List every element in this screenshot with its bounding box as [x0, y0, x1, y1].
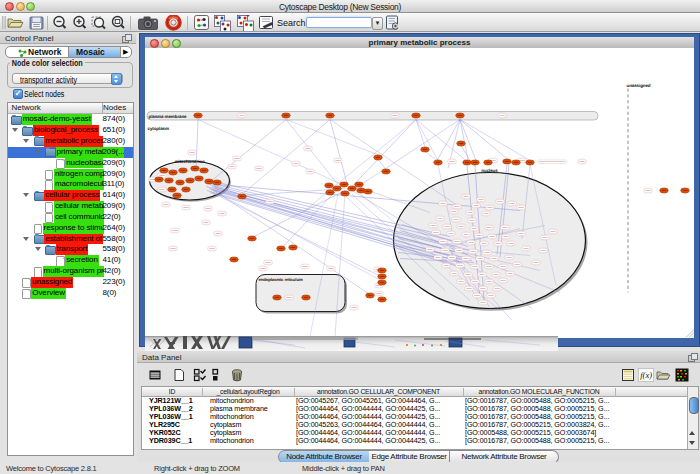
svg-text:mitochondrion: mitochondrion [174, 159, 204, 164]
svg-text:endoplasmic reticulum: endoplasmic reticulum [259, 277, 303, 282]
svg-text:plasma membrane: plasma membrane [149, 114, 187, 119]
svg-text:f(x): f(x) [640, 370, 652, 380]
svg-text:nucleus: nucleus [481, 168, 497, 173]
svg-text:cytoplasm: cytoplasm [148, 126, 169, 131]
svg-text:unassigned: unassigned [627, 83, 651, 88]
